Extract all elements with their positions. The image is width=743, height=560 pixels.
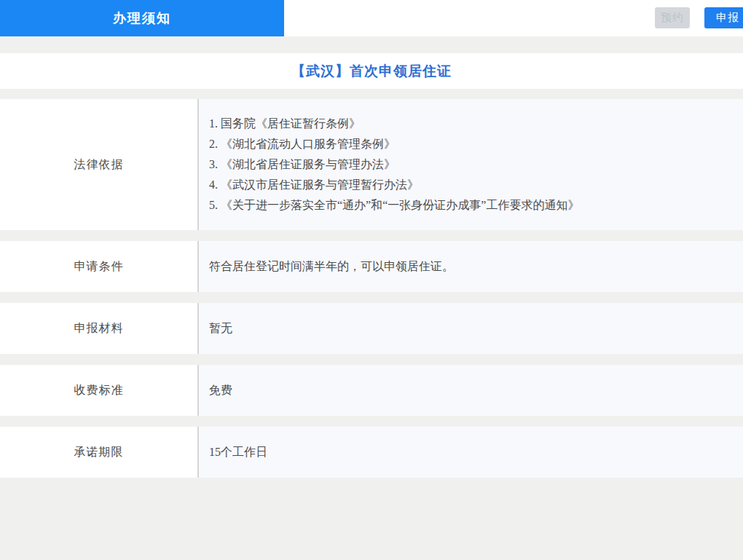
row-value: 免费 (209, 365, 743, 416)
header-bar: 办理须知 预约 申报 (0, 0, 743, 36)
row-label: 收费标准 (0, 365, 199, 416)
legal-item: 5. 《关于进一步落实全市“通办”和“一张身份证办成事”工作要求的通知》 (209, 195, 743, 216)
row-label: 申请条件 (0, 241, 199, 292)
legal-item: 4. 《武汉市居住证服务与管理暂行办法》 (209, 175, 743, 195)
row-content: 15个工作日 (199, 427, 743, 478)
info-table: 法律依据 1. 国务院《居住证暂行条例》 2. 《湖北省流动人口服务管理条例》 … (0, 99, 743, 478)
legal-item: 2. 《湖北省流动人口服务管理条例》 (209, 134, 743, 154)
apply-button[interactable]: 申报 (704, 7, 743, 28)
table-row-application-materials: 申报材料 暂无 (0, 303, 743, 354)
row-value: 15个工作日 (209, 427, 743, 478)
table-row-legal-basis: 法律依据 1. 国务院《居住证暂行条例》 2. 《湖北省流动人口服务管理条例》 … (0, 99, 743, 230)
table-row-promised-time-limit: 承诺期限 15个工作日 (0, 427, 743, 478)
row-content: 暂无 (199, 303, 743, 354)
row-label: 承诺期限 (0, 427, 199, 478)
row-label: 申报材料 (0, 303, 199, 354)
table-row-fee-standard: 收费标准 免费 (0, 365, 743, 416)
row-content: 1. 国务院《居住证暂行条例》 2. 《湖北省流动人口服务管理条例》 3. 《湖… (199, 99, 743, 230)
legal-item: 1. 国务院《居住证暂行条例》 (209, 114, 743, 134)
reserve-button[interactable]: 预约 (655, 7, 690, 28)
tab-processing-instructions[interactable]: 办理须知 (0, 0, 284, 36)
page-title: 【武汉】首次申领居住证 (291, 62, 452, 81)
tab-label: 办理须知 (113, 9, 171, 27)
table-row-application-conditions: 申请条件 符合居住登记时间满半年的，可以申领居住证。 (0, 241, 743, 292)
row-value: 暂无 (209, 303, 743, 354)
legal-item: 3. 《湖北省居住证服务与管理办法》 (209, 154, 743, 175)
title-band: 【武汉】首次申领居住证 (0, 53, 743, 89)
row-content: 免费 (199, 365, 743, 416)
row-content: 符合居住登记时间满半年的，可以申领居住证。 (199, 241, 743, 292)
row-label: 法律依据 (0, 99, 199, 230)
row-value: 符合居住登记时间满半年的，可以申领居住证。 (209, 241, 743, 292)
